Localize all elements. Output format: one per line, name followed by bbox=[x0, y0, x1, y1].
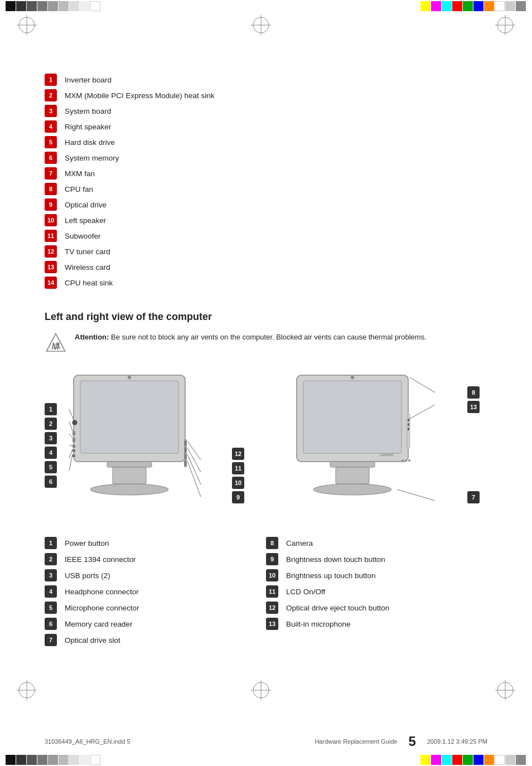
reg-mark-bottom-left bbox=[17, 680, 37, 700]
registration-area-bottom bbox=[0, 672, 532, 706]
bottom-right-swatches bbox=[420, 755, 526, 765]
right-list-item-10: 10 Brightness up touch button bbox=[266, 569, 487, 581]
left-list-item-2: 2 IEEE 1394 connector bbox=[45, 553, 266, 565]
left-swatches bbox=[6, 1, 101, 11]
component-num-13: 13 bbox=[45, 261, 57, 273]
svg-line-30 bbox=[69, 421, 72, 431]
diagrams-row: 1 2 3 4 5 6 12 11 10 9 bbox=[45, 370, 487, 520]
right-label-11: LCD On/Off bbox=[286, 588, 325, 596]
top-color-bar bbox=[0, 0, 532, 12]
component-item-9: 9 Optical drive bbox=[45, 198, 487, 211]
left-num-5: 5 bbox=[45, 602, 57, 614]
right-label-8: Camera bbox=[286, 539, 313, 547]
component-num-5: 5 bbox=[45, 136, 57, 148]
left-list-col: 1 Power button 2 IEEE 1394 connector 3 U… bbox=[45, 537, 266, 650]
svg-rect-43 bbox=[336, 467, 369, 484]
component-num-6: 6 bbox=[45, 152, 57, 164]
left-label-7: Optical drive slot bbox=[65, 636, 120, 644]
svg-line-31 bbox=[69, 434, 72, 438]
right-num-13: 13 bbox=[266, 618, 278, 630]
diag-label-13: 13 bbox=[467, 401, 480, 413]
svg-rect-40 bbox=[303, 381, 402, 453]
diag-label-2: 2 bbox=[45, 418, 57, 430]
bottom-left-swatches bbox=[6, 755, 101, 765]
component-num-9: 9 bbox=[45, 198, 57, 211]
component-num-11: 11 bbox=[45, 230, 57, 242]
component-item-12: 12 TV tuner card bbox=[45, 245, 487, 258]
component-item-5: 5 Hard disk drive bbox=[45, 136, 487, 148]
right-list-item-11: 11 LCD On/Off bbox=[266, 585, 487, 598]
left-list-item-5: 5 Microphone connector bbox=[45, 602, 266, 614]
diag-label-11: 11 bbox=[232, 462, 244, 474]
left-label-1: Power button bbox=[65, 539, 109, 547]
diag-label-10: 10 bbox=[232, 477, 244, 489]
svg-line-32 bbox=[69, 445, 72, 446]
right-diag-bottom-labels: 7 bbox=[467, 491, 487, 503]
left-num-1: 1 bbox=[45, 537, 57, 549]
component-num-4: 4 bbox=[45, 120, 57, 133]
svg-rect-19 bbox=[72, 438, 75, 442]
component-label-5: Hard disk drive bbox=[65, 138, 115, 147]
component-num-8: 8 bbox=[45, 183, 57, 195]
bottom-lists: 1 Power button 2 IEEE 1394 connector 3 U… bbox=[45, 537, 487, 650]
right-list-col: 8 Camera 9 Brightness down touch button … bbox=[266, 537, 487, 650]
svg-rect-47 bbox=[408, 423, 409, 426]
component-label-1: Inverter board bbox=[65, 76, 112, 84]
left-list-item-4: 4 Headphone connector bbox=[45, 585, 266, 598]
component-item-14: 14 CPU heat sink bbox=[45, 277, 487, 289]
svg-text:Lenovo: Lenovo bbox=[380, 453, 393, 457]
left-label-2: IEEE 1394 connector bbox=[65, 555, 136, 564]
attention-block: ⚠ M Attention: Be sure not to block any … bbox=[45, 332, 487, 354]
right-label-9: Brightness down touch button bbox=[286, 555, 385, 564]
component-label-9: Optical drive bbox=[65, 201, 107, 209]
component-item-7: 7 MXM fan bbox=[45, 167, 487, 180]
svg-rect-46 bbox=[408, 419, 409, 421]
component-label-4: Right speaker bbox=[65, 123, 111, 131]
svg-rect-16 bbox=[113, 467, 146, 484]
right-side-labels-left-diag: 12 11 10 9 bbox=[232, 448, 252, 503]
footer-left-text: 31036449_A6_HRG_EN.indd 5 bbox=[45, 738, 130, 745]
svg-rect-22 bbox=[72, 454, 75, 457]
bottom-color-bar bbox=[0, 754, 532, 766]
svg-rect-26 bbox=[185, 448, 186, 452]
svg-point-17 bbox=[90, 484, 168, 495]
left-label-4: Headphone connector bbox=[65, 588, 139, 596]
left-list-item-1: 1 Power button bbox=[45, 537, 266, 549]
component-item-1: 1 Inverter board bbox=[45, 74, 487, 86]
right-label-13: Built-in microphone bbox=[286, 620, 351, 628]
component-item-13: 13 Wireless card bbox=[45, 261, 487, 273]
footer-section-label: Hardware Replacement Guide bbox=[315, 738, 397, 745]
left-num-7: 7 bbox=[45, 634, 57, 646]
component-label-12: TV tuner card bbox=[65, 248, 110, 256]
component-label-11: Subwoofer bbox=[65, 232, 101, 240]
right-diag-top-labels: 8 13 bbox=[467, 386, 487, 413]
left-num-2: 2 bbox=[45, 553, 57, 565]
diag-label-6: 6 bbox=[45, 476, 57, 488]
right-diagram-container: 8 13 7 bbox=[280, 370, 487, 520]
svg-rect-13 bbox=[80, 381, 178, 453]
svg-point-51 bbox=[405, 459, 407, 462]
diag-label-5: 5 bbox=[45, 461, 57, 473]
component-item-11: 11 Subwoofer bbox=[45, 230, 487, 242]
right-list-item-9: 9 Brightness down touch button bbox=[266, 553, 487, 565]
page-footer: 31036449_A6_HRG_EN.indd 5 Hardware Repla… bbox=[0, 734, 532, 749]
section-heading: Left and right view of the computer bbox=[45, 311, 487, 323]
component-label-6: System memory bbox=[65, 154, 119, 162]
main-content: 1 Inverter board 2 MXM (Mobile PCI Expre… bbox=[0, 40, 532, 672]
component-label-2: MXM (Mobile PCI Express Module) heat sin… bbox=[65, 91, 215, 100]
left-computer-svg bbox=[57, 370, 213, 517]
left-diagram-container: 1 2 3 4 5 6 12 11 10 9 bbox=[45, 370, 252, 520]
left-num-6: 6 bbox=[45, 618, 57, 630]
svg-rect-18 bbox=[72, 431, 75, 435]
svg-point-50 bbox=[402, 459, 404, 462]
component-item-6: 6 System memory bbox=[45, 152, 487, 164]
left-list-item-3: 3 USB ports (2) bbox=[45, 569, 266, 581]
svg-line-35 bbox=[187, 441, 201, 460]
diag-label-4: 4 bbox=[45, 447, 57, 459]
component-num-3: 3 bbox=[45, 105, 57, 117]
svg-rect-15 bbox=[107, 462, 152, 467]
component-num-12: 12 bbox=[45, 245, 57, 258]
diag-label-9: 9 bbox=[232, 491, 244, 503]
component-item-2: 2 MXM (Mobile PCI Express Module) heat s… bbox=[45, 89, 487, 101]
svg-rect-42 bbox=[330, 462, 375, 467]
